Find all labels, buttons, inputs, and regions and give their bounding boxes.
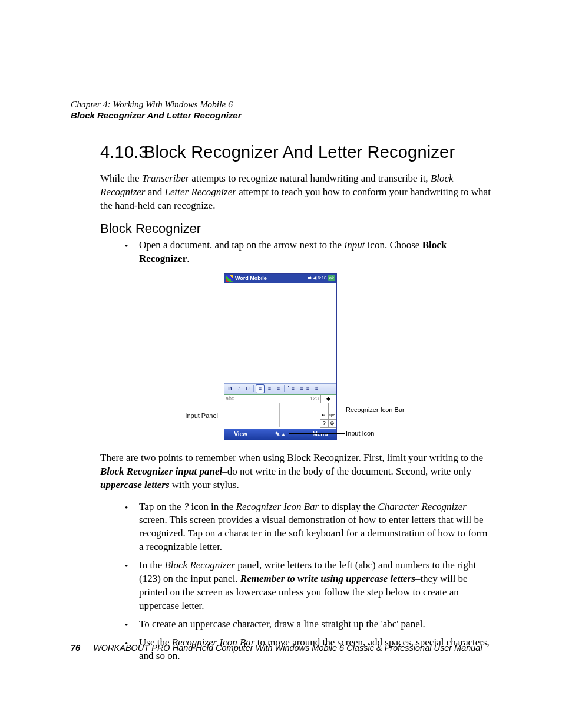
clock: 6:18 bbox=[318, 275, 327, 281]
page-number: 76 bbox=[71, 643, 80, 653]
system-tray: ⇄ ◀ 6:18 ok bbox=[308, 275, 335, 281]
windows-flag-icon bbox=[226, 275, 233, 282]
callout-input-icon: Input Icon bbox=[346, 430, 374, 437]
ok-button[interactable]: ok bbox=[328, 275, 335, 281]
bold-button[interactable]: B bbox=[226, 385, 234, 393]
running-header-chapter: Chapter 4: Working With Windows Mobile 6 bbox=[71, 99, 491, 110]
numbering-button[interactable]: ⋮≡ bbox=[295, 385, 303, 393]
para-two-points: There are two points to remember when us… bbox=[100, 452, 491, 492]
align-left-button[interactable]: ≡ bbox=[256, 384, 265, 393]
align-right-button[interactable]: ≡ bbox=[275, 385, 282, 393]
document-body bbox=[224, 283, 336, 383]
running-header-section: Block Recognizer And Letter Recognizer bbox=[71, 110, 491, 120]
callout-input-panel: Input Panel bbox=[166, 412, 218, 419]
bullet-uppercase: To create an uppercase character, draw a… bbox=[139, 618, 491, 631]
connectivity-icon: ⇄ bbox=[308, 275, 312, 281]
bullet-help-icon: Tap on the ? icon in the Recognizer Icon… bbox=[139, 500, 491, 555]
bullets-button[interactable]: ⋮≡ bbox=[286, 385, 294, 393]
outdent-button[interactable]: ≡ bbox=[304, 385, 312, 393]
num-zone-label: 123 bbox=[310, 396, 319, 401]
input-method-icon[interactable]: ✎ bbox=[275, 431, 280, 437]
bottom-bar: View ✎ ▲ Menu bbox=[224, 429, 336, 440]
footer-title: WORKABOUT PRO Hand-Held Computer With Wi… bbox=[93, 643, 482, 653]
recognizer-icon-bar[interactable]: ◆ ←→ ↵spc ?⊕ bbox=[320, 395, 336, 429]
section-title: Block Recognizer And Letter Recognizer bbox=[144, 143, 455, 162]
bullet-abc-123: In the Block Recognizer panel, write let… bbox=[139, 559, 491, 613]
view-softkey[interactable]: View bbox=[224, 431, 257, 437]
menu-softkey[interactable]: Menu bbox=[304, 431, 336, 437]
page-footer: 76WORKABOUT PRO Hand-Held Computer With … bbox=[71, 643, 482, 653]
subheading-block-recognizer: Block Recognizer bbox=[100, 221, 491, 236]
underline-button[interactable]: U bbox=[244, 385, 252, 393]
format-toolbar: B I U ≡ ≡ ≡ ⋮≡ ⋮≡ ≡ ≡ bbox=[224, 383, 336, 394]
section-heading: 4.10.3Block Recognizer And Letter Recogn… bbox=[100, 143, 491, 162]
callout-recognizer-bar: Recognizer Icon Bar bbox=[346, 406, 405, 413]
input-method-arrow[interactable]: ▲ bbox=[281, 431, 286, 437]
block-recognizer-panel[interactable]: abc 123 ◆ ←→ ↵spc ?⊕ bbox=[224, 394, 336, 429]
figure-word-mobile: Word Mobile ⇄ ◀ 6:18 ok B I U ≡ ≡ ≡ ⋮≡ bbox=[143, 273, 419, 442]
indent-button[interactable]: ≡ bbox=[313, 385, 320, 393]
align-center-button[interactable]: ≡ bbox=[266, 385, 273, 393]
bullet-open-document: Open a document, and tap on the arrow ne… bbox=[139, 239, 491, 266]
titlebar: Word Mobile ⇄ ◀ 6:18 ok bbox=[224, 274, 336, 283]
intro-paragraph: While the Transcriber attempts to recogn… bbox=[100, 172, 491, 213]
abc-zone-label: abc bbox=[226, 396, 234, 401]
app-title: Word Mobile bbox=[235, 275, 267, 281]
volume-icon: ◀ bbox=[313, 275, 316, 281]
section-number: 4.10.3 bbox=[100, 143, 144, 162]
device-screenshot: Word Mobile ⇄ ◀ 6:18 ok B I U ≡ ≡ ≡ ⋮≡ bbox=[224, 273, 337, 440]
italic-button[interactable]: I bbox=[235, 385, 243, 393]
